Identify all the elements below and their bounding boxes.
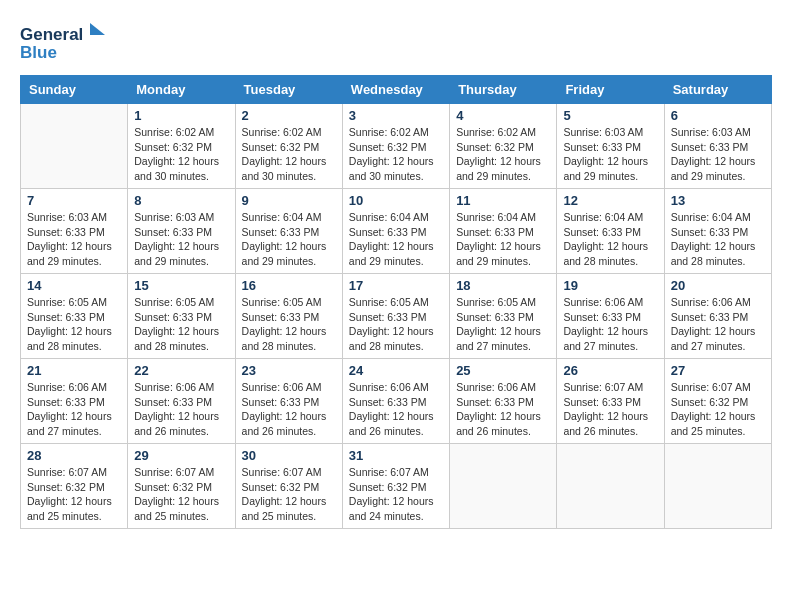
day-number: 4 <box>456 108 550 123</box>
calendar-cell: 7Sunrise: 6:03 AMSunset: 6:33 PMDaylight… <box>21 189 128 274</box>
day-number: 15 <box>134 278 228 293</box>
day-number: 9 <box>242 193 336 208</box>
day-number: 18 <box>456 278 550 293</box>
day-info: Sunrise: 6:07 AMSunset: 6:32 PMDaylight:… <box>134 465 228 524</box>
calendar-cell <box>21 104 128 189</box>
day-number: 25 <box>456 363 550 378</box>
day-info: Sunrise: 6:06 AMSunset: 6:33 PMDaylight:… <box>671 295 765 354</box>
calendar-cell: 3Sunrise: 6:02 AMSunset: 6:32 PMDaylight… <box>342 104 449 189</box>
day-info: Sunrise: 6:05 AMSunset: 6:33 PMDaylight:… <box>242 295 336 354</box>
day-info: Sunrise: 6:06 AMSunset: 6:33 PMDaylight:… <box>27 380 121 439</box>
day-info: Sunrise: 6:03 AMSunset: 6:33 PMDaylight:… <box>27 210 121 269</box>
svg-text:Blue: Blue <box>20 43 57 62</box>
calendar-cell: 10Sunrise: 6:04 AMSunset: 6:33 PMDayligh… <box>342 189 449 274</box>
calendar-cell: 25Sunrise: 6:06 AMSunset: 6:33 PMDayligh… <box>450 359 557 444</box>
day-number: 6 <box>671 108 765 123</box>
calendar-cell: 24Sunrise: 6:06 AMSunset: 6:33 PMDayligh… <box>342 359 449 444</box>
week-row-4: 21Sunrise: 6:06 AMSunset: 6:33 PMDayligh… <box>21 359 772 444</box>
calendar-cell: 21Sunrise: 6:06 AMSunset: 6:33 PMDayligh… <box>21 359 128 444</box>
svg-marker-1 <box>90 23 105 35</box>
day-number: 11 <box>456 193 550 208</box>
calendar-table: SundayMondayTuesdayWednesdayThursdayFrid… <box>20 75 772 529</box>
day-number: 29 <box>134 448 228 463</box>
day-info: Sunrise: 6:05 AMSunset: 6:33 PMDaylight:… <box>456 295 550 354</box>
day-info: Sunrise: 6:04 AMSunset: 6:33 PMDaylight:… <box>242 210 336 269</box>
calendar-cell: 19Sunrise: 6:06 AMSunset: 6:33 PMDayligh… <box>557 274 664 359</box>
day-info: Sunrise: 6:07 AMSunset: 6:32 PMDaylight:… <box>671 380 765 439</box>
calendar-cell: 11Sunrise: 6:04 AMSunset: 6:33 PMDayligh… <box>450 189 557 274</box>
day-info: Sunrise: 6:02 AMSunset: 6:32 PMDaylight:… <box>242 125 336 184</box>
day-number: 10 <box>349 193 443 208</box>
day-number: 22 <box>134 363 228 378</box>
logo-svg: GeneralBlue <box>20 20 110 65</box>
calendar-cell: 23Sunrise: 6:06 AMSunset: 6:33 PMDayligh… <box>235 359 342 444</box>
day-number: 28 <box>27 448 121 463</box>
day-info: Sunrise: 6:04 AMSunset: 6:33 PMDaylight:… <box>563 210 657 269</box>
day-info: Sunrise: 6:06 AMSunset: 6:33 PMDaylight:… <box>242 380 336 439</box>
day-info: Sunrise: 6:07 AMSunset: 6:32 PMDaylight:… <box>27 465 121 524</box>
page-header: GeneralBlue <box>20 20 772 65</box>
calendar-cell: 2Sunrise: 6:02 AMSunset: 6:32 PMDaylight… <box>235 104 342 189</box>
calendar-cell: 14Sunrise: 6:05 AMSunset: 6:33 PMDayligh… <box>21 274 128 359</box>
logo: GeneralBlue <box>20 20 110 65</box>
calendar-cell: 5Sunrise: 6:03 AMSunset: 6:33 PMDaylight… <box>557 104 664 189</box>
day-info: Sunrise: 6:07 AMSunset: 6:33 PMDaylight:… <box>563 380 657 439</box>
day-number: 24 <box>349 363 443 378</box>
day-info: Sunrise: 6:07 AMSunset: 6:32 PMDaylight:… <box>349 465 443 524</box>
calendar-cell: 8Sunrise: 6:03 AMSunset: 6:33 PMDaylight… <box>128 189 235 274</box>
calendar-cell: 30Sunrise: 6:07 AMSunset: 6:32 PMDayligh… <box>235 444 342 529</box>
calendar-cell: 15Sunrise: 6:05 AMSunset: 6:33 PMDayligh… <box>128 274 235 359</box>
calendar-cell: 27Sunrise: 6:07 AMSunset: 6:32 PMDayligh… <box>664 359 771 444</box>
calendar-cell: 18Sunrise: 6:05 AMSunset: 6:33 PMDayligh… <box>450 274 557 359</box>
day-number: 8 <box>134 193 228 208</box>
day-info: Sunrise: 6:04 AMSunset: 6:33 PMDaylight:… <box>456 210 550 269</box>
day-info: Sunrise: 6:06 AMSunset: 6:33 PMDaylight:… <box>456 380 550 439</box>
calendar-cell: 1Sunrise: 6:02 AMSunset: 6:32 PMDaylight… <box>128 104 235 189</box>
calendar-cell <box>664 444 771 529</box>
calendar-cell <box>557 444 664 529</box>
col-header-wednesday: Wednesday <box>342 76 449 104</box>
calendar-cell: 13Sunrise: 6:04 AMSunset: 6:33 PMDayligh… <box>664 189 771 274</box>
day-info: Sunrise: 6:05 AMSunset: 6:33 PMDaylight:… <box>349 295 443 354</box>
col-header-sunday: Sunday <box>21 76 128 104</box>
day-number: 20 <box>671 278 765 293</box>
day-number: 12 <box>563 193 657 208</box>
calendar-cell: 20Sunrise: 6:06 AMSunset: 6:33 PMDayligh… <box>664 274 771 359</box>
day-info: Sunrise: 6:03 AMSunset: 6:33 PMDaylight:… <box>563 125 657 184</box>
day-number: 14 <box>27 278 121 293</box>
week-row-5: 28Sunrise: 6:07 AMSunset: 6:32 PMDayligh… <box>21 444 772 529</box>
col-header-tuesday: Tuesday <box>235 76 342 104</box>
calendar-cell: 12Sunrise: 6:04 AMSunset: 6:33 PMDayligh… <box>557 189 664 274</box>
day-number: 17 <box>349 278 443 293</box>
calendar-cell <box>450 444 557 529</box>
week-row-3: 14Sunrise: 6:05 AMSunset: 6:33 PMDayligh… <box>21 274 772 359</box>
col-header-saturday: Saturday <box>664 76 771 104</box>
day-info: Sunrise: 6:04 AMSunset: 6:33 PMDaylight:… <box>349 210 443 269</box>
day-info: Sunrise: 6:02 AMSunset: 6:32 PMDaylight:… <box>134 125 228 184</box>
day-number: 13 <box>671 193 765 208</box>
day-info: Sunrise: 6:04 AMSunset: 6:33 PMDaylight:… <box>671 210 765 269</box>
day-info: Sunrise: 6:03 AMSunset: 6:33 PMDaylight:… <box>134 210 228 269</box>
day-info: Sunrise: 6:06 AMSunset: 6:33 PMDaylight:… <box>134 380 228 439</box>
week-row-1: 1Sunrise: 6:02 AMSunset: 6:32 PMDaylight… <box>21 104 772 189</box>
calendar-cell: 9Sunrise: 6:04 AMSunset: 6:33 PMDaylight… <box>235 189 342 274</box>
day-info: Sunrise: 6:05 AMSunset: 6:33 PMDaylight:… <box>134 295 228 354</box>
day-number: 23 <box>242 363 336 378</box>
svg-text:General: General <box>20 25 83 44</box>
calendar-cell: 29Sunrise: 6:07 AMSunset: 6:32 PMDayligh… <box>128 444 235 529</box>
calendar-cell: 31Sunrise: 6:07 AMSunset: 6:32 PMDayligh… <box>342 444 449 529</box>
col-header-thursday: Thursday <box>450 76 557 104</box>
day-info: Sunrise: 6:06 AMSunset: 6:33 PMDaylight:… <box>563 295 657 354</box>
day-info: Sunrise: 6:05 AMSunset: 6:33 PMDaylight:… <box>27 295 121 354</box>
day-number: 19 <box>563 278 657 293</box>
day-number: 30 <box>242 448 336 463</box>
day-info: Sunrise: 6:02 AMSunset: 6:32 PMDaylight:… <box>349 125 443 184</box>
day-info: Sunrise: 6:06 AMSunset: 6:33 PMDaylight:… <box>349 380 443 439</box>
day-number: 3 <box>349 108 443 123</box>
col-header-friday: Friday <box>557 76 664 104</box>
calendar-cell: 22Sunrise: 6:06 AMSunset: 6:33 PMDayligh… <box>128 359 235 444</box>
calendar-cell: 26Sunrise: 6:07 AMSunset: 6:33 PMDayligh… <box>557 359 664 444</box>
col-header-monday: Monday <box>128 76 235 104</box>
calendar-cell: 16Sunrise: 6:05 AMSunset: 6:33 PMDayligh… <box>235 274 342 359</box>
day-number: 2 <box>242 108 336 123</box>
